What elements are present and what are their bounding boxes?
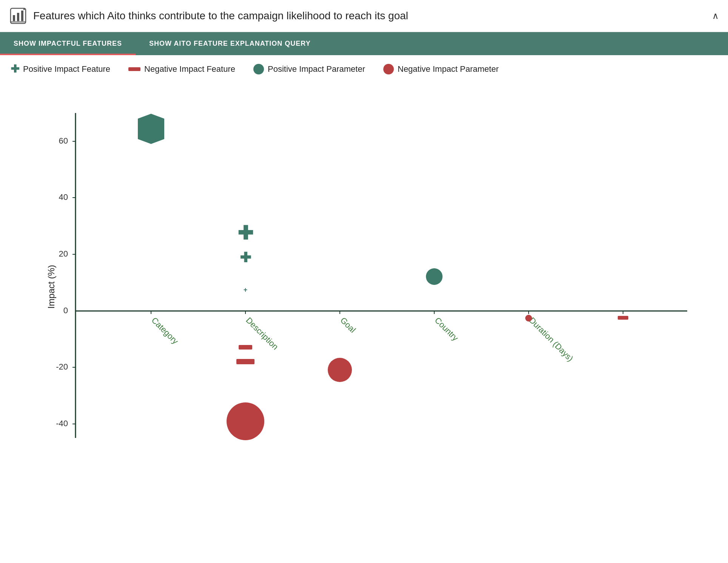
header-left: Features which Aito thinks contribute to… xyxy=(9,7,408,25)
y-tick-60: 60 xyxy=(59,136,68,145)
chart-icon xyxy=(9,7,27,25)
legend-positive-param-label: Positive Impact Parameter xyxy=(268,64,365,74)
y-axis-label: Impact (%) xyxy=(46,265,56,309)
goal-circle-neg xyxy=(328,358,352,382)
circle-green-icon xyxy=(253,64,264,74)
description-circle-neg xyxy=(227,402,264,440)
svg-rect-1 xyxy=(13,15,15,21)
tab-explanation[interactable]: SHOW AITO FEATURE EXPLANATION QUERY xyxy=(136,32,324,55)
y-tick-minus20: -20 xyxy=(56,362,68,371)
x-label-goal: Goal xyxy=(338,316,358,335)
header-title: Features which Aito thinks contribute to… xyxy=(33,10,408,22)
legend-positive-feature: ✚ Positive Impact Feature xyxy=(11,63,110,75)
legend-negative-feature-label: Negative Impact Feature xyxy=(144,64,235,74)
svg-rect-3 xyxy=(21,11,23,21)
description-plus-medium: ✚ xyxy=(240,250,251,265)
description-plus-small: + xyxy=(244,286,248,294)
last-minus xyxy=(618,316,628,320)
y-tick-20: 20 xyxy=(59,249,68,258)
chart-svg: 60 40 20 0 -20 -40 Impact (%) Category D… xyxy=(45,98,717,506)
header: Features which Aito thinks contribute to… xyxy=(0,0,728,32)
legend-negative-feature: Negative Impact Feature xyxy=(128,64,235,74)
legend-positive-param: Positive Impact Parameter xyxy=(253,64,365,74)
country-circle-pos xyxy=(426,268,443,285)
legend-negative-param: Negative Impact Parameter xyxy=(383,64,499,74)
y-tick-40: 40 xyxy=(59,192,68,202)
category-circle xyxy=(138,114,164,144)
description-minus-small xyxy=(239,345,252,350)
x-label-duration: Duration (Days) xyxy=(527,316,575,363)
svg-rect-2 xyxy=(17,13,19,21)
description-minus-medium xyxy=(236,359,254,364)
x-label-country: Country xyxy=(433,316,460,343)
y-tick-minus40: -40 xyxy=(56,419,68,428)
y-tick-0: 0 xyxy=(63,306,68,315)
circle-red-icon xyxy=(383,64,394,74)
legend-negative-param-label: Negative Impact Parameter xyxy=(398,64,499,74)
legend-positive-feature-label: Positive Impact Feature xyxy=(23,64,110,74)
tabs-bar: SHOW IMPACTFUL FEATURES SHOW AITO FEATUR… xyxy=(0,32,728,55)
description-plus-large: ✚ xyxy=(238,223,253,244)
tab-impactful[interactable]: SHOW IMPACTFUL FEATURES xyxy=(0,32,136,55)
legend: ✚ Positive Impact Feature Negative Impac… xyxy=(0,55,728,83)
minus-rect-icon xyxy=(128,67,140,71)
collapse-button[interactable]: ∧ xyxy=(712,11,719,21)
x-label-category: Category xyxy=(150,316,180,346)
chart-container: 60 40 20 0 -20 -40 Impact (%) Category D… xyxy=(0,83,728,536)
duration-dot xyxy=(525,315,532,322)
plus-icon: ✚ xyxy=(11,63,19,75)
